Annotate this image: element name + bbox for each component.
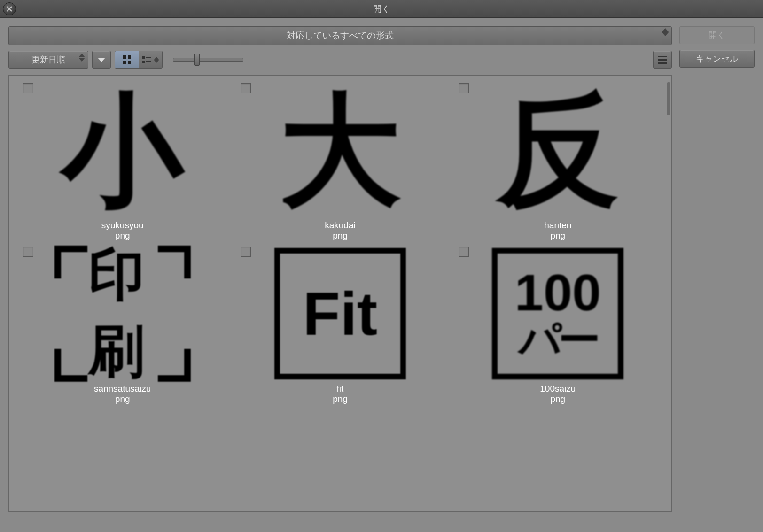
main-column: 対応しているすべての形式 更新日順 (8, 26, 672, 512)
slider-handle[interactable] (194, 54, 200, 66)
side-column: 開く キャンセル (679, 26, 755, 512)
file-ext: png (333, 231, 348, 241)
titlebar: 開く (0, 0, 763, 18)
file-item[interactable]: 反 hanten png (449, 82, 667, 241)
thumb-glyph: 小 (62, 89, 184, 211)
slider-track (173, 58, 243, 62)
file-checkbox[interactable] (241, 83, 251, 93)
file-ext: png (550, 231, 565, 241)
file-name: fit (337, 384, 344, 394)
file-grid: 小 syukusyou png 大 kakudai png 反 (9, 76, 671, 411)
file-thumbnail: 大 (267, 82, 413, 218)
scrollbar-thumb[interactable] (667, 82, 670, 115)
triangle-down-icon (98, 58, 105, 62)
stepper-icon (154, 57, 159, 63)
sort-direction-button[interactable] (92, 51, 111, 69)
thumb-bracket: 印刷 (54, 246, 191, 382)
stepper-icon (662, 28, 669, 36)
file-checkbox[interactable] (23, 83, 33, 93)
view-list-button[interactable] (139, 51, 162, 68)
thumb-glyph: 大 (279, 89, 401, 211)
stepper-icon (78, 54, 85, 62)
file-item[interactable]: Fit fit png (231, 246, 449, 404)
open-button[interactable]: 開く (679, 26, 755, 44)
file-thumbnail: 小 (50, 82, 195, 218)
file-thumbnail: 100 パー (485, 246, 631, 382)
file-name: syukusyou (101, 220, 144, 231)
file-grid-container: 小 syukusyou png 大 kakudai png 反 (8, 75, 672, 512)
close-button[interactable] (3, 2, 16, 15)
view-mode-toggle (115, 51, 163, 69)
sort-order-dropdown[interactable]: 更新日順 (8, 51, 88, 69)
thumbnail-size-slider[interactable] (173, 51, 243, 69)
thumb-glyph: 反 (497, 89, 619, 211)
file-checkbox[interactable] (241, 247, 251, 257)
view-grid-button[interactable] (115, 51, 139, 68)
file-checkbox[interactable] (459, 247, 469, 257)
sort-order-label: 更新日順 (31, 54, 65, 65)
file-checkbox[interactable] (459, 83, 469, 93)
file-name: kakudai (325, 220, 356, 231)
cancel-button[interactable]: キャンセル (679, 50, 755, 68)
format-filter-dropdown[interactable]: 対応しているすべての形式 (8, 26, 672, 45)
file-ext: png (550, 394, 565, 404)
file-name: hanten (544, 220, 571, 231)
dialog-body: 対応しているすべての形式 更新日順 (0, 18, 763, 520)
grid-icon (123, 55, 131, 64)
format-filter-label: 対応しているすべての形式 (287, 30, 394, 42)
file-item[interactable]: 小 syukusyou png (14, 82, 231, 241)
file-item[interactable]: 100 パー 100saizu png (449, 246, 667, 404)
window-title: 開く (373, 3, 390, 15)
options-menu-button[interactable] (653, 51, 672, 69)
file-checkbox[interactable] (23, 247, 33, 257)
file-ext: png (333, 394, 348, 404)
file-thumbnail: Fit (267, 246, 413, 382)
list-icon (142, 56, 151, 63)
file-item[interactable]: 大 kakudai png (231, 82, 449, 241)
file-item[interactable]: 印刷 sannsatusaizu png (14, 246, 231, 404)
file-ext: png (115, 394, 130, 404)
file-name: 100saizu (540, 384, 576, 394)
file-thumbnail: 印刷 (50, 246, 195, 382)
file-thumbnail: 反 (485, 82, 631, 218)
toolbar: 更新日順 (8, 51, 672, 69)
